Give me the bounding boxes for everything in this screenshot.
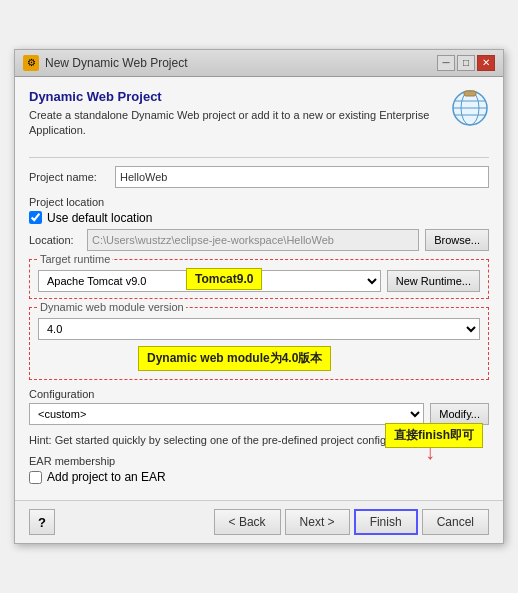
title-bar-left: ⚙ New Dynamic Web Project	[23, 55, 188, 71]
web-project-icon	[451, 89, 489, 127]
main-window: ⚙ New Dynamic Web Project ─ □ ✕ Dynamic …	[14, 49, 504, 544]
configuration-group: Configuration <custom> Modify...	[29, 388, 489, 425]
finish-arrow: ↓	[425, 442, 435, 462]
runtime-row: Apache Tomcat v9.0 New Runtime... Tomcat…	[38, 270, 480, 292]
window-title: New Dynamic Web Project	[45, 56, 188, 70]
header-text-block: Dynamic Web Project Create a standalone …	[29, 89, 451, 149]
title-bar: ⚙ New Dynamic Web Project ─ □ ✕	[15, 50, 503, 77]
project-name-label: Project name:	[29, 171, 109, 183]
use-default-label: Use default location	[47, 211, 152, 225]
configuration-dropdown[interactable]: <custom>	[29, 403, 424, 425]
target-runtime-group: Target runtime Apache Tomcat v9.0 New Ru…	[29, 259, 489, 299]
module-version-group: Dynamic web module version 4.0 Dynamic w…	[29, 307, 489, 380]
project-name-input[interactable]	[115, 166, 489, 188]
window-controls: ─ □ ✕	[437, 55, 495, 71]
location-input	[87, 229, 419, 251]
dialog-title: Dynamic Web Project	[29, 89, 451, 104]
project-name-group: Project name:	[29, 166, 489, 188]
callout-module: Dynamic web module为4.0版本	[138, 346, 331, 371]
header-divider	[29, 157, 489, 158]
next-button[interactable]: Next >	[285, 509, 350, 535]
location-row: Location: Browse...	[29, 229, 489, 251]
location-label: Location:	[29, 234, 81, 246]
header-icon	[451, 89, 489, 130]
project-location-label: Project location	[29, 196, 489, 208]
window-icon: ⚙	[23, 55, 39, 71]
footer-buttons: < Back Next > Finish Cancel	[214, 509, 489, 535]
dialog-footer: ? < Back Next > Finish Cancel	[15, 500, 503, 543]
module-version-dropdown[interactable]: 4.0	[38, 318, 480, 340]
ear-label: EAR membership	[29, 455, 489, 467]
ear-checkbox-label: Add project to an EAR	[47, 470, 166, 484]
minimize-button[interactable]: ─	[437, 55, 455, 71]
ear-checkbox-row: Add project to an EAR	[29, 470, 489, 484]
use-default-row: Use default location	[29, 211, 489, 225]
ear-checkbox[interactable]	[29, 471, 42, 484]
module-version-row: 4.0	[38, 318, 480, 340]
project-location-group: Project location Use default location Lo…	[29, 196, 489, 251]
cancel-button[interactable]: Cancel	[422, 509, 489, 535]
callout-tomcat: Tomcat9.0	[186, 268, 262, 290]
restore-button[interactable]: □	[457, 55, 475, 71]
configuration-row: <custom> Modify...	[29, 403, 489, 425]
finish-button[interactable]: Finish	[354, 509, 418, 535]
back-button[interactable]: < Back	[214, 509, 281, 535]
ear-membership-group: EAR membership Add project to an EAR	[29, 455, 489, 484]
new-runtime-button[interactable]: New Runtime...	[387, 270, 480, 292]
dialog-header: Dynamic Web Project Create a standalone …	[29, 89, 489, 149]
modify-button[interactable]: Modify...	[430, 403, 489, 425]
target-runtime-label: Target runtime	[38, 253, 112, 265]
callout-module-wrapper: Dynamic web module为4.0版本	[38, 342, 480, 373]
project-name-row: Project name:	[29, 166, 489, 188]
close-button[interactable]: ✕	[477, 55, 495, 71]
use-default-checkbox[interactable]	[29, 211, 42, 224]
module-version-label: Dynamic web module version	[38, 301, 186, 313]
configuration-label: Configuration	[29, 388, 489, 400]
svg-rect-5	[464, 91, 476, 96]
help-button[interactable]: ?	[29, 509, 55, 535]
dialog-description: Create a standalone Dynamic Web project …	[29, 108, 451, 139]
browse-button[interactable]: Browse...	[425, 229, 489, 251]
